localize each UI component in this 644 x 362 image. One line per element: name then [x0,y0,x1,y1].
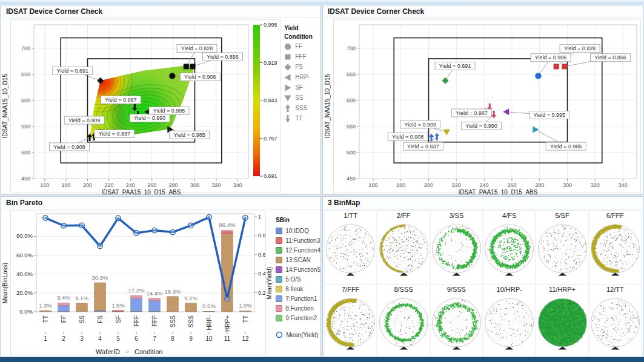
data-point-marker[interactable] [562,64,567,69]
bin-pareto-chart[interactable]: 0.0%20.0%40.0%60.0%80.0%0.20.40.60.811.3… [11,211,265,357]
wafer-map[interactable] [536,294,589,357]
binloss-bar-segment[interactable] [148,298,160,301]
data-point-marker[interactable] [285,105,290,112]
binloss-bar-segment[interactable] [76,303,87,312]
wafer-cell-7-fff[interactable]: 7/FFF [324,285,377,357]
wafer-map[interactable] [483,220,536,284]
binloss-value-label: 9.4% [57,294,70,301]
mean-yield-point[interactable] [115,216,120,220]
yield-annotation: Yield = 0.856 [590,54,630,62]
mean-yield-point[interactable] [188,223,193,228]
binloss-bar-segment[interactable] [167,297,178,312]
wafer-map[interactable] [483,294,536,357]
condition-legend-item-fs[interactable]: FS [284,62,320,72]
sbin-legend-item[interactable]: 5:O/S [276,274,320,284]
svg-text:Yield = 0.990: Yield = 0.990 [134,115,165,121]
wafer-cell-3-ss[interactable]: 3/SS [430,211,483,285]
wafer-cell-12-tt[interactable]: 12/TT [589,285,642,357]
mean-yield-point[interactable] [79,223,84,228]
wafer-cell-8-sss[interactable]: 8/SSS [377,285,430,357]
mean-yield-point[interactable] [42,216,47,220]
condition-legend: YieldConditionFFFFFFSHRP-SFSSSSSTT [281,18,320,194]
sbin-legend-item[interactable]: 12:Function4 [276,245,320,255]
sbin-legend-item[interactable]: 6:Ileak [276,284,320,294]
sbin-legend-item[interactable]: 8:Function [276,303,320,313]
mean-yield-legend[interactable]: Mean(Yield) [276,331,320,338]
wafer-cell-11-hrp+[interactable]: 11/HRP+ [536,285,588,357]
mean-yield-point[interactable] [206,215,211,220]
condition-tick-label: SSS [169,315,176,327]
sbin-legend-item[interactable]: 7:Function1 [276,294,320,303]
y-axis-title: IDSAT_NAA15_10_D15 [1,18,9,194]
binloss-bar-segment[interactable] [130,295,142,298]
wafer-map[interactable] [430,294,483,357]
condition-legend-item-fff[interactable]: FFF [284,51,320,62]
condition-legend-item-sss[interactable]: SSS [284,103,320,113]
corner-scatter-chart[interactable]: 1601802002202402602803003203404505005506… [334,20,640,194]
sbin-legend-item[interactable]: 9:Function2 [276,313,320,323]
wafer-map[interactable] [589,220,642,284]
wafer-cell-5-sf[interactable]: 5/SF [536,211,588,285]
wafer-map[interactable] [324,220,377,284]
wafer-cell-9-sss[interactable]: 9/SSS [430,285,483,357]
wafer-map[interactable] [589,294,642,357]
binloss-bar-segment[interactable] [58,303,69,305]
data-point-marker[interactable] [190,64,196,69]
wafer-cell-1-tt[interactable]: 1/TT [324,211,377,285]
data-point-marker[interactable] [285,115,290,122]
mean-yield-point[interactable] [242,215,247,220]
binloss-bar-segment[interactable] [221,230,233,231]
wafer-cell-2-ff[interactable]: 2/FF [377,211,430,285]
mean-yield-point[interactable] [97,243,102,248]
condition-legend-item-sf[interactable]: SF [284,82,320,93]
sbin-legend-item[interactable]: 10:IDDQ [276,226,320,235]
data-point-marker[interactable] [554,64,559,69]
binloss-bar-segment[interactable] [239,311,251,312]
data-point-marker[interactable] [285,74,291,81]
binloss-bar-segment[interactable] [203,311,214,312]
condition-legend-item-tt[interactable]: TT [284,113,320,123]
binloss-bar-segment[interactable] [148,300,160,311]
mean-yield-point[interactable] [151,228,156,232]
wafer-map[interactable] [377,220,430,284]
condition-legend-item-ss[interactable]: SS [284,93,320,103]
wafer-cell-10-hrp-[interactable]: 10/HRP- [483,285,536,357]
binloss-bar-segment[interactable] [185,303,196,312]
condition-legend-item-ff[interactable]: FF [284,41,320,51]
binloss-bar-segment[interactable] [94,311,105,312]
wafer-map[interactable] [377,294,430,357]
mean-yield-point[interactable] [61,223,65,228]
binloss-bar-segment[interactable] [221,232,233,234]
data-point-marker[interactable] [285,54,291,59]
data-point-marker[interactable] [285,43,291,49]
binloss-bar-segment[interactable] [94,283,105,311]
data-point-marker[interactable] [285,64,291,70]
svg-text:Yield = 0.837: Yield = 0.837 [407,143,439,150]
corner-contour-chart[interactable]: 1601802002202402602803003203404505005506… [11,20,252,194]
mean-yield-point[interactable] [170,229,174,234]
sbin-legend-label: 14:Function5 [285,266,320,273]
data-point-marker[interactable] [169,73,175,79]
wafer-map[interactable] [430,220,483,284]
wafer-cell-4-fs[interactable]: 4/FS [483,211,536,285]
wafer-map[interactable] [324,294,377,357]
sbin-legend-item[interactable]: 14:Function5 [276,265,320,274]
binloss-bar-segment[interactable] [130,298,142,312]
mean-yield-point[interactable] [224,296,229,301]
data-point-marker[interactable] [535,73,541,79]
binloss-bar-segment[interactable] [58,306,69,312]
svg-text:0.919: 0.919 [264,60,277,66]
data-point-marker[interactable] [285,95,291,101]
binloss-bar-segment[interactable] [39,311,51,312]
sbin-legend-item[interactable]: 11:Function3 [276,235,320,245]
condition-legend-item-hrp-[interactable]: HRP- [284,72,320,82]
condition-tick-label: SF [115,315,121,323]
sbin-legend-item[interactable]: 13:SCAN [276,255,320,265]
wafer-cell-6-fff[interactable]: 6/FFF [589,211,642,285]
data-point-marker[interactable] [184,64,189,69]
condition-tick-label: FFF [133,315,139,326]
data-point-marker[interactable] [285,84,291,91]
binloss-bar-segment[interactable] [112,311,124,312]
wafer-map[interactable] [536,220,589,284]
mean-yield-point[interactable] [133,231,138,235]
